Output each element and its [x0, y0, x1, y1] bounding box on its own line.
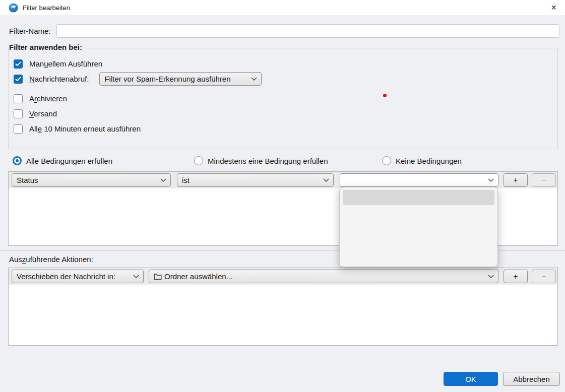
chevron-down-icon [133, 275, 139, 278]
popup-item-selected[interactable] [343, 190, 494, 205]
condition-value-dropdown[interactable] [340, 173, 498, 187]
send-checkbox[interactable] [14, 109, 23, 118]
action-target-folder-value: Ordner auswählen... [164, 272, 485, 281]
minus-icon: − [541, 272, 546, 281]
archive-checkbox[interactable] [14, 94, 23, 103]
close-button[interactable]: ✕ [542, 0, 565, 15]
cursor-dot [383, 94, 387, 97]
radio-match-none[interactable]: Keine Bedingungen [382, 155, 462, 166]
radio-icon [194, 156, 203, 165]
actions-list: Verschieben der Nachricht in: Ordner aus… [8, 268, 558, 346]
chevron-down-icon [323, 178, 329, 182]
checkbox-row-fetch: Nachrichtenabruf: Filter vor Spam-Erkenn… [14, 72, 262, 86]
check-icon [15, 77, 21, 82]
radio-match-all[interactable]: Alle Bedingungen erfüllen [13, 155, 112, 166]
radio-match-any[interactable]: Mindestens eine Bedingung erfüllen [194, 155, 328, 166]
titlebar: Filter bearbeiten ✕ [0, 0, 565, 15]
action-target-folder-dropdown[interactable]: Ordner auswählen... [149, 270, 498, 283]
radio-match-any-label: Mindestens eine Bedingung erfüllen [208, 157, 328, 165]
manual-run-checkbox[interactable] [14, 59, 23, 69]
apply-when-group: Filter anwenden bei: Manuellem Ausführen… [8, 48, 558, 149]
manual-run-label: Manuellem Ausführen [29, 59, 102, 68]
thunderbird-icon [9, 3, 18, 13]
condition-attribute-dropdown[interactable]: Status [12, 173, 171, 187]
folder-icon [154, 273, 162, 280]
archive-label: Archivieren [29, 94, 67, 103]
spam-timing-dropdown[interactable]: Filter vor Spam-Erkennung ausführen [99, 72, 262, 86]
window-title: Filter bearbeiten [23, 4, 70, 12]
condition-operator-value: ist [182, 176, 320, 184]
checkbox-row-send: Versand [14, 107, 57, 120]
minus-icon: − [541, 176, 546, 185]
chevron-down-icon [160, 178, 166, 182]
filter-name-input[interactable] [56, 24, 559, 38]
periodic-run-checkbox[interactable] [14, 124, 23, 134]
periodic-run-label: Alle 10 Minuten erneut ausführen [29, 124, 141, 133]
radio-match-all-label: Alle Bedingungen erfüllen [26, 157, 112, 165]
cancel-button-label: Abbrechen [513, 375, 550, 383]
filter-edit-dialog: Filter bearbeiten ✕ Filter-Name: Filter … [0, 0, 565, 392]
chevron-down-icon [251, 77, 257, 81]
condition-remove-button[interactable]: − [532, 173, 556, 187]
chevron-down-icon [488, 275, 494, 278]
filter-name-row: Filter-Name: [9, 24, 559, 38]
plus-icon: + [513, 176, 518, 185]
send-label: Versand [29, 109, 57, 118]
condition-add-button[interactable]: + [504, 173, 528, 187]
condition-value-popup [339, 187, 498, 267]
checkbox-row-archive: Archivieren [14, 92, 67, 105]
ok-button-label: OK [465, 375, 476, 383]
condition-attribute-value: Status [17, 176, 157, 184]
spam-timing-value: Filter vor Spam-Erkennung ausführen [104, 75, 248, 83]
action-remove-button[interactable]: − [532, 270, 556, 283]
radio-match-none-label: Keine Bedingungen [396, 157, 462, 165]
plus-icon: + [513, 272, 518, 281]
check-icon [15, 61, 21, 67]
radio-icon [382, 156, 391, 165]
condition-row: Status ist + − [9, 172, 557, 188]
actions-label: Auszuführende Aktionen: [9, 255, 93, 264]
checkbox-row-periodic: Alle 10 Minuten erneut ausführen [14, 122, 141, 136]
action-row: Verschieben der Nachricht in: Ordner aus… [9, 268, 557, 285]
action-add-button[interactable]: + [504, 270, 528, 283]
fetch-mail-checkbox[interactable] [14, 75, 23, 84]
filter-name-label: Filter-Name: [9, 27, 51, 35]
action-type-value: Verschieben der Nachricht in: [17, 272, 130, 281]
ok-button[interactable]: OK [444, 372, 498, 386]
condition-operator-dropdown[interactable]: ist [177, 173, 334, 187]
cancel-button[interactable]: Abbrechen [503, 372, 560, 386]
chevron-down-icon [488, 178, 494, 182]
checkbox-row-manual: Manuellem Ausführen [14, 57, 102, 71]
apply-when-legend: Filter anwenden bei: [9, 43, 87, 51]
radio-icon [13, 156, 22, 165]
action-type-dropdown[interactable]: Verschieben der Nachricht in: [12, 270, 144, 283]
fetch-mail-label: Nachrichtenabruf: [29, 75, 89, 83]
close-icon: ✕ [551, 4, 557, 12]
